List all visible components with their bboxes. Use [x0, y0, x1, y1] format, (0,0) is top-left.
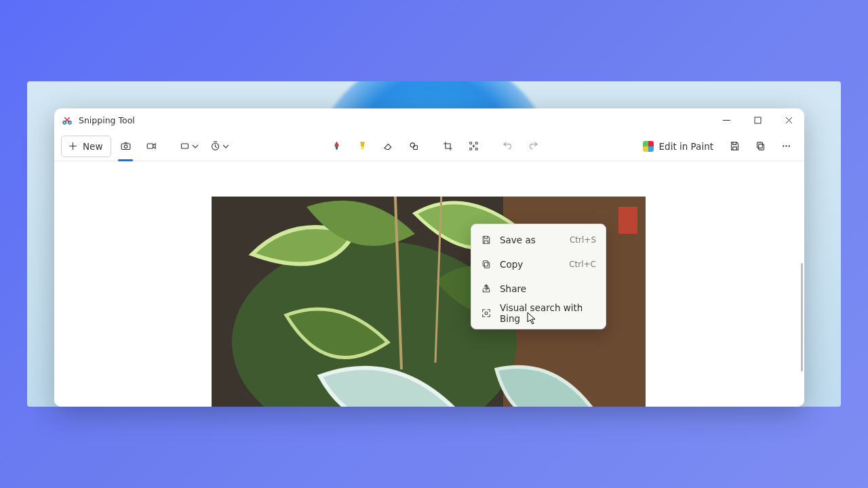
delay-button[interactable]: [205, 136, 233, 157]
svg-rect-2: [755, 117, 761, 123]
text-actions-button[interactable]: [462, 136, 485, 157]
title-bar[interactable]: Snipping Tool: [54, 108, 804, 131]
save-icon: [729, 140, 741, 152]
rectangle-icon: [179, 140, 191, 152]
save-icon: [481, 235, 492, 245]
highlighter-icon: [357, 140, 368, 152]
ctx-label: Share: [500, 283, 588, 294]
svg-point-27: [485, 312, 488, 314]
svg-rect-24: [484, 262, 489, 268]
ctx-visual-search[interactable]: Visual search with Bing: [471, 301, 606, 325]
crop-icon: [442, 140, 454, 152]
copy-icon: [481, 259, 492, 270]
snipping-tool-window: Snipping Tool New: [54, 108, 804, 407]
visual-search-icon: [481, 308, 492, 319]
canvas-area[interactable]: Save as Ctrl+S Copy Ctrl+C Share Visual …: [54, 161, 804, 407]
scrollbar[interactable]: [801, 263, 803, 371]
svg-point-10: [410, 143, 414, 147]
svg-rect-3: [121, 144, 130, 150]
text-extract-icon: [468, 140, 479, 152]
crop-button[interactable]: [436, 136, 459, 157]
new-button-label: New: [83, 141, 102, 152]
ctx-label: Copy: [500, 259, 561, 270]
pen-button[interactable]: [325, 136, 348, 157]
undo-button[interactable]: [496, 136, 519, 157]
pen-icon: [331, 140, 342, 152]
svg-rect-5: [147, 144, 153, 148]
copy-icon: [755, 140, 766, 152]
window-title: Snipping Tool: [79, 115, 135, 125]
new-button[interactable]: New: [61, 136, 111, 157]
chevron-down-icon: [222, 143, 229, 150]
edit-in-paint-label: Edit in Paint: [659, 141, 713, 152]
ctx-share[interactable]: Share: [471, 277, 606, 301]
snip-shape-button[interactable]: [175, 136, 203, 157]
copy-button[interactable]: [749, 136, 772, 157]
svg-rect-6: [182, 144, 189, 148]
chevron-down-icon: [192, 143, 199, 150]
app-icon: [61, 114, 73, 126]
ctx-copy[interactable]: Copy Ctrl+C: [471, 252, 606, 277]
edit-in-paint-button[interactable]: Edit in Paint: [636, 136, 720, 157]
camera-icon: [120, 140, 132, 152]
close-button[interactable]: [773, 108, 804, 131]
save-button[interactable]: [723, 136, 746, 157]
svg-rect-9: [361, 146, 363, 149]
record-mode-button[interactable]: [140, 136, 163, 157]
redo-button[interactable]: [521, 136, 545, 157]
more-button[interactable]: [774, 136, 797, 157]
highlighter-button[interactable]: [351, 136, 374, 157]
toolbar: New: [54, 131, 804, 161]
ctx-label: Save as: [500, 235, 561, 245]
ctx-shortcut: Ctrl+S: [570, 235, 596, 245]
shapes-button[interactable]: [402, 136, 425, 157]
timer-icon: [210, 140, 221, 152]
svg-rect-13: [757, 142, 762, 148]
shapes-icon: [408, 140, 420, 152]
redo-icon: [528, 140, 539, 152]
svg-rect-23: [618, 207, 637, 234]
ctx-save-as[interactable]: Save as Ctrl+S: [471, 228, 606, 252]
svg-point-4: [124, 145, 127, 148]
svg-rect-12: [758, 144, 764, 150]
svg-point-14: [783, 145, 784, 146]
snip-mode-button[interactable]: [114, 136, 137, 157]
context-menu: Save as Ctrl+S Copy Ctrl+C Share Visual …: [471, 224, 606, 329]
video-icon: [146, 140, 157, 152]
undo-icon: [502, 140, 513, 152]
minimize-button[interactable]: [711, 108, 742, 131]
maximize-button[interactable]: [742, 108, 773, 131]
plus-icon: [67, 140, 79, 152]
svg-rect-8: [336, 146, 338, 149]
more-icon: [781, 140, 792, 152]
eraser-icon: [382, 140, 394, 152]
svg-point-15: [785, 145, 787, 146]
svg-point-16: [788, 145, 789, 146]
share-icon: [481, 283, 492, 294]
eraser-button[interactable]: [376, 136, 399, 157]
paint-icon: [643, 141, 654, 152]
ctx-shortcut: Ctrl+C: [569, 260, 596, 269]
ctx-label: Visual search with Bing: [500, 302, 588, 324]
svg-rect-25: [483, 261, 488, 266]
